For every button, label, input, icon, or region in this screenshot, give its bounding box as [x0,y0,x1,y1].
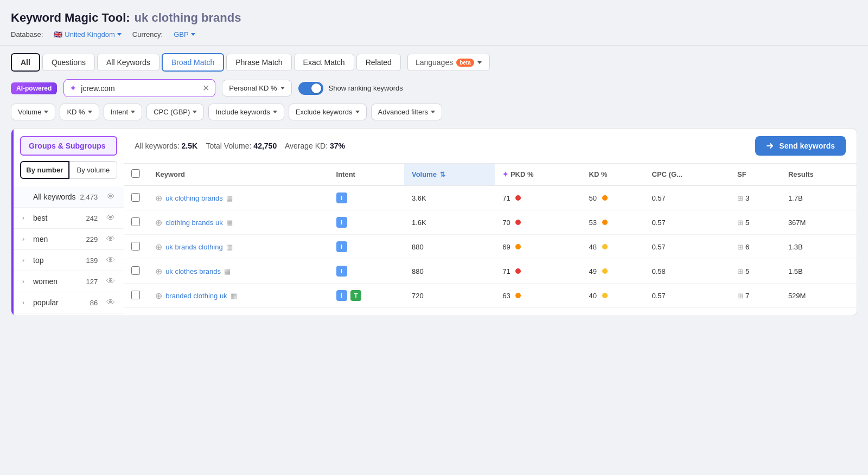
eye-icon-all[interactable]: 👁 [106,192,115,202]
database-label: Database: [11,30,43,38]
sidebar-item-top[interactable]: › top 139 👁 [14,250,124,271]
header-divider [0,45,868,46]
grid-icon-1[interactable]: ▦ [226,194,233,202]
ai-input-wrap: ✦ ✕ [63,79,215,97]
tab-exact-match[interactable]: Exact Match [294,54,354,71]
tab-all-keywords[interactable]: All Keywords [97,54,159,71]
include-chevron-icon [273,111,277,113]
td-cpc-1: 0.57 [644,185,730,210]
country-name: United Kingdom [65,30,115,38]
group-tab-by-number[interactable]: By number [20,161,69,179]
sidebar-wrapper: Groups & Subgroups By number By volume ›… [11,129,124,316]
keyword-link-2[interactable]: ⊕ clothing brands uk ▦ [155,217,321,228]
pkd-dot-2 [515,220,521,225]
td-pkd-5: 63 [495,284,581,308]
add-icon-1[interactable]: ⊕ [155,193,162,203]
ai-domain-input[interactable] [81,84,198,93]
volume-filter[interactable]: Volume [11,104,55,120]
cpc-filter-label: CPC (GBP) [154,108,190,116]
toggle-wrap: Show ranking keywords [298,82,403,95]
sidebar-count-all: 2,473 [80,193,98,201]
grid-icon-4[interactable]: ▦ [224,267,231,275]
kd-chevron-icon [88,111,92,113]
kd-filter[interactable]: KD % [60,104,99,120]
tab-all[interactable]: All [11,53,40,72]
beta-badge: beta [456,59,474,67]
eye-icon-top[interactable]: 👁 [106,255,115,265]
td-volume-5: 720 [404,284,495,308]
tab-phrase-match[interactable]: Phrase Match [226,54,291,71]
languages-tab[interactable]: Languages beta [407,54,490,71]
pkd-star-icon: ✦ [502,170,508,178]
eye-icon-women[interactable]: 👁 [106,277,115,286]
languages-label: Languages [416,58,453,67]
keyword-link-1[interactable]: ⊕ uk clothing brands ▦ [155,193,321,203]
sidebar-item-men[interactable]: › men 229 👁 [14,229,124,250]
sidebar-item-popular[interactable]: › popular 86 👁 [14,292,124,313]
grid-icon-2[interactable]: ▦ [226,219,233,227]
ranking-keywords-toggle[interactable] [298,82,323,95]
table-row: ⊕ branded clothing uk ▦ I T 720 63 40 [124,284,857,308]
keyword-link-5[interactable]: ⊕ branded clothing uk ▦ [155,291,321,301]
row-checkbox-4[interactable] [131,266,140,275]
eye-icon-best[interactable]: 👁 [106,213,115,223]
grid-icon-5[interactable]: ▦ [231,292,237,300]
add-icon-4[interactable]: ⊕ [155,266,162,277]
row-checkbox-5[interactable] [131,291,140,299]
eye-icon-men[interactable]: 👁 [106,234,115,244]
keyword-link-4[interactable]: ⊕ uk clothes brands ▦ [155,266,321,277]
advanced-filters-button[interactable]: Advanced filters [371,104,443,120]
tab-related[interactable]: Related [356,54,401,71]
country-selector[interactable]: 🇬🇧 United Kingdom [54,30,122,38]
td-cpc-4: 0.58 [644,259,730,284]
clear-input-icon[interactable]: ✕ [202,83,209,93]
table-tbody: ⊕ uk clothing brands ▦ I 3.6K 71 50 0.57 [124,185,857,308]
td-intent-2: I [329,210,404,235]
personal-kd-button[interactable]: Personal KD % [222,80,291,97]
th-volume[interactable]: Volume ⇅ [404,164,495,185]
td-pkd-1: 71 [495,185,581,210]
row-checkbox-2[interactable] [131,217,140,226]
add-icon-3[interactable]: ⊕ [155,242,162,252]
pkd-dot-4 [515,268,521,274]
exclude-keywords-filter[interactable]: Exclude keywords [289,104,367,120]
row-checkbox-1[interactable] [131,193,140,202]
currency-selector[interactable]: GBP [174,30,195,38]
th-results: Results [781,164,857,185]
td-results-1: 1.7B [781,185,857,210]
header: Keyword Magic Tool: uk clothing brands D… [11,11,857,45]
td-keyword-1: ⊕ uk clothing brands ▦ [148,185,328,210]
tab-questions[interactable]: Questions [42,54,95,71]
keyword-link-3[interactable]: ⊕ uk brands clothing ▦ [155,242,321,252]
avg-kd-value: 37% [330,142,345,150]
th-keyword: Keyword [148,164,328,185]
intent-badge-i-2: I [336,217,347,228]
table-area: All keywords: 2.5K Total Volume: 42,750 … [124,129,857,316]
all-keywords-label: All keywords: [135,142,179,150]
add-icon-5[interactable]: ⊕ [155,291,162,301]
td-intent-5: I T [329,284,404,308]
sidebar-item-best[interactable]: › best 242 👁 [14,208,124,229]
table-row: ⊕ clothing brands uk ▦ I 1.6K 70 53 0.57 [124,210,857,235]
intent-filter[interactable]: Intent [104,104,143,120]
td-keyword-2: ⊕ clothing brands uk ▦ [148,210,328,235]
sidebar-item-all-keywords[interactable]: › All keywords 2,473 👁 [14,187,124,208]
cpc-filter[interactable]: CPC (GBP) [146,104,204,120]
sidebar-title: Groups & Subgroups [29,142,106,150]
toggle-label: Show ranking keywords [329,84,403,92]
send-keywords-button[interactable]: Send keywords [755,136,846,156]
add-icon-2[interactable]: ⊕ [155,217,162,228]
tab-broad-match[interactable]: Broad Match [162,53,224,72]
eye-icon-popular[interactable]: 👁 [106,298,115,307]
sidebar-count-women: 127 [86,278,98,286]
meta-row: Database: 🇬🇧 United Kingdom Currency: GB… [11,30,857,38]
include-keywords-filter[interactable]: Include keywords [208,104,284,120]
row-checkbox-3[interactable] [131,242,140,251]
sidebar-count-popular: 86 [90,299,98,307]
group-tab-by-volume[interactable]: By volume [69,161,118,179]
currency-chevron-icon [191,33,195,36]
select-all-checkbox[interactable] [131,169,140,178]
grid-icon-3[interactable]: ▦ [226,243,233,251]
sidebar-item-women[interactable]: › women 127 👁 [14,271,124,292]
sf-icon-4: ⊞ [737,267,743,275]
